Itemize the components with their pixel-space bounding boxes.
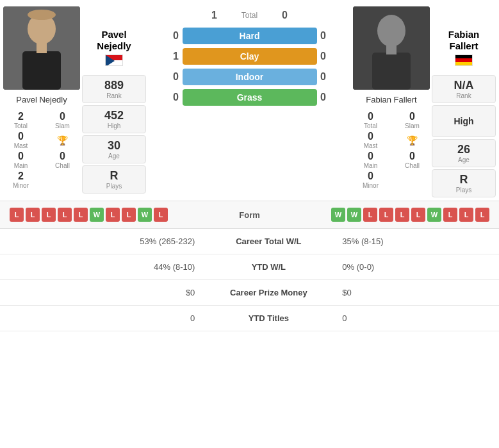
left-minor-stat: 2 Minor	[3, 170, 38, 189]
left-form-6: L	[106, 208, 120, 222]
left-age-box: 30 Age	[82, 135, 146, 163]
right-player-silhouette	[353, 6, 430, 90]
prize-money-row: $0 Career Prize Money $0	[0, 280, 499, 306]
left-flag-container	[97, 54, 131, 69]
left-chall-stat: 0 Chall	[45, 151, 80, 169]
surfaces-container: 0 Hard 0 1 Clay 0 0 Indoor 0	[160, 24, 339, 109]
right-form-0: W	[331, 208, 345, 222]
left-player-silhouette	[3, 6, 80, 90]
right-form-6: W	[427, 208, 441, 222]
right-player-name: Fabian Fallert	[366, 95, 416, 104]
right-minor-stat: 0 Minor	[353, 170, 388, 189]
left-name-display: Pavel Nejedly	[97, 29, 131, 52]
left-form-8: W	[138, 208, 152, 222]
left-player-info: Pavel Nejedly 2 Total 0 Slam 0 Mast	[3, 6, 80, 189]
right-form-7: L	[443, 208, 457, 222]
total-row: 1 Total 0	[160, 6, 339, 24]
hard-score-right: 0	[317, 30, 330, 42]
trophy-center-right: 🏆	[395, 131, 430, 149]
left-plays-box: R Plays	[82, 165, 146, 194]
left-high-box: 452 High	[82, 105, 146, 133]
right-total-stat: 0 Total	[353, 111, 388, 129]
total-label: Total	[231, 11, 269, 20]
right-age-box: 26 Age	[432, 139, 496, 167]
svg-point-6	[377, 15, 405, 47]
left-player-name: Pavel Nejedly	[16, 95, 67, 104]
surface-row-clay: 1 Clay 0	[170, 48, 330, 65]
left-form-4: L	[74, 208, 88, 222]
career-wl-label: Career Total W/L	[204, 229, 332, 254]
svg-rect-3	[37, 42, 47, 53]
form-label: Form	[224, 210, 275, 220]
left-prize: $0	[0, 280, 204, 306]
left-flag	[105, 54, 123, 66]
comparison-area: Pavel Nejedly 2 Total 0 Slam 0 Mast	[0, 0, 499, 201]
right-form-4: L	[395, 208, 409, 222]
right-last-name: Fallert	[449, 40, 478, 51]
right-center-stats: Fabian Fallert N/A Rank High 26 Age	[432, 6, 496, 197]
form-section: L L L L L W L L W L Form W W L L L L W L…	[0, 201, 499, 229]
right-flag-container	[448, 54, 479, 69]
left-player-area: Pavel Nejedly 2 Total 0 Slam 0 Mast	[3, 6, 160, 197]
left-form-9: L	[154, 208, 168, 222]
right-form-badges: W W L L L L W L L L	[282, 208, 490, 222]
right-form-9: L	[475, 208, 489, 222]
right-career-wl: 35% (8-15)	[332, 229, 499, 254]
prize-label: Career Prize Money	[204, 280, 332, 306]
surface-row-hard: 0 Hard 0	[170, 28, 330, 44]
right-high-box: High	[432, 105, 496, 137]
right-ytd-wl: 0% (0-0)	[332, 254, 499, 280]
right-form-3: L	[379, 208, 393, 222]
hard-score-left: 0	[170, 30, 183, 42]
right-flag	[455, 54, 473, 66]
svg-point-4	[28, 10, 56, 20]
left-career-wl: 53% (265-232)	[0, 229, 204, 254]
svg-rect-8	[386, 44, 397, 54]
trophy-icon-right: 🏆	[407, 135, 418, 145]
right-form-2: L	[363, 208, 377, 222]
left-main-stat: 0 Main	[3, 151, 38, 169]
right-form-1: W	[347, 208, 361, 222]
indoor-score-left: 0	[170, 71, 183, 83]
left-rank-box: 889 Rank	[82, 75, 146, 103]
surface-row-grass: 0 Grass 0	[170, 89, 330, 106]
right-form-5: L	[411, 208, 425, 222]
left-slam-stat: 0 Slam	[45, 111, 80, 129]
left-form-5: W	[90, 208, 104, 222]
clay-score-right: 0	[317, 51, 330, 62]
total-score-right: 0	[279, 10, 291, 21]
career-wl-row: 53% (265-232) Career Total W/L 35% (8-15…	[0, 229, 499, 254]
left-form-1: L	[26, 208, 40, 222]
right-slam-stat: 0 Slam	[395, 111, 430, 129]
right-name-display: Fabian Fallert	[448, 29, 479, 52]
total-score-left: 1	[208, 10, 221, 21]
right-player-name-center: Fabian Fallert	[448, 29, 479, 71]
left-mast-stat: 0 Mast	[3, 131, 38, 149]
hard-badge: Hard	[183, 28, 317, 44]
left-total-stat: 2 Total	[3, 111, 38, 129]
ytd-wl-label: YTD W/L	[204, 254, 332, 280]
left-center-stats: Pavel Nejedly 889 Rank 452 High 30	[82, 6, 146, 194]
trophy-icon-left: 🏆	[57, 135, 68, 145]
left-last-name: Nejedly	[97, 40, 131, 51]
clay-badge: Clay	[183, 48, 317, 65]
left-form-3: L	[58, 208, 72, 222]
right-main-stat: 0 Main	[353, 151, 388, 169]
left-first-name: Pavel	[101, 29, 126, 40]
grass-badge: Grass	[183, 89, 317, 106]
clay-score-left: 1	[170, 51, 183, 62]
right-player-photo	[353, 6, 430, 90]
left-player-totals: 2 Total 0 Slam 0 Mast 🏆 0	[3, 111, 80, 189]
left-form-badges: L L L L L W L L W L	[10, 208, 218, 222]
right-first-name: Fabian	[448, 29, 479, 40]
ytd-titles-row: 0 YTD Titles 0	[0, 306, 499, 331]
svg-rect-2	[22, 51, 61, 90]
ytd-wl-row: 44% (8-10) YTD W/L 0% (0-0)	[0, 254, 499, 280]
ytd-titles-label: YTD Titles	[204, 306, 332, 331]
grass-score-right: 0	[317, 92, 330, 103]
main-container: Pavel Nejedly 2 Total 0 Slam 0 Mast	[0, 0, 499, 331]
indoor-badge: Indoor	[183, 69, 317, 85]
left-form-2: L	[42, 208, 56, 222]
right-mast-stat: 0 Mast	[353, 131, 388, 149]
right-rank-box: N/A Rank	[432, 75, 496, 103]
